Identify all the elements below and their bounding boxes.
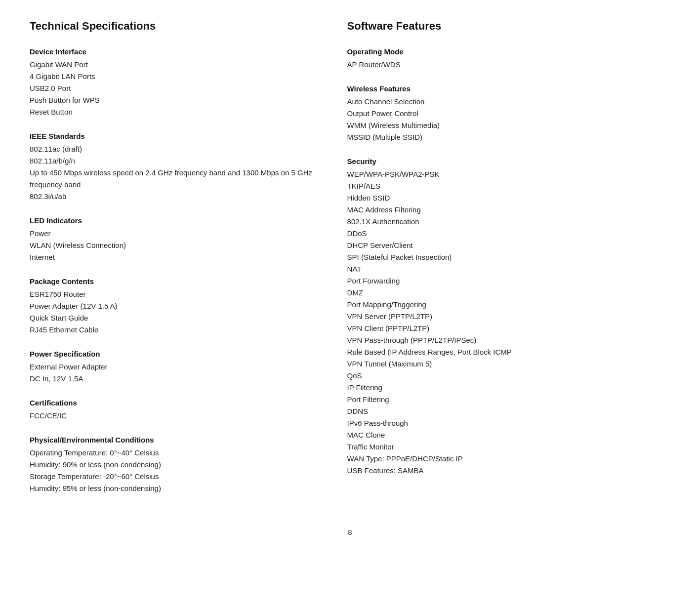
section-heading-certifications: Certifications — [30, 399, 318, 407]
section-security: SecurityWEP/WPA-PSK/WPA2-PSKTKIP/AESHidd… — [347, 157, 670, 477]
section-item: 802.11a/b/g/n — [30, 155, 318, 167]
section-item: VPN Server (PPTP/L2TP) — [347, 311, 670, 323]
section-item: 802.11ac (draft) — [30, 143, 318, 155]
section-item: 4 Gigabit LAN Ports — [30, 71, 318, 82]
section-item: External Power Adapter — [30, 361, 318, 373]
right-column: Software Features Operating ModeAP Route… — [337, 20, 670, 508]
page-wrapper: Technical Specifications Device Interfac… — [30, 20, 670, 508]
section-item: NAT — [347, 263, 670, 275]
section-item: Traffic Monitor — [347, 441, 670, 453]
section-item: Reset Button — [30, 106, 318, 118]
section-operating-mode: Operating ModeAP Router/WDS — [347, 47, 670, 71]
section-led-indicators: LED IndicatorsPowerWLAN (Wireless Connec… — [30, 216, 318, 263]
section-package-contents: Package ContentsESR1750 RouterPower Adap… — [30, 277, 318, 336]
section-item: Up to 450 Mbps wireless speed on 2.4 GHz… — [30, 167, 318, 191]
section-item: Rule Based (IP Address Ranges, Port Bloc… — [347, 346, 670, 358]
section-item: MSSID (Multiple SSID) — [347, 131, 670, 143]
section-item: MAC Clone — [347, 429, 670, 441]
section-item: USB Features: SAMBA — [347, 465, 670, 477]
section-item: DC In, 12V 1.5A — [30, 373, 318, 385]
section-item: VPN Client (PPTP/L2TP) — [347, 323, 670, 334]
section-item: Quick Start Guide — [30, 312, 318, 324]
section-item: QoS — [347, 370, 670, 382]
section-wireless-features: Wireless FeaturesAuto Channel SelectionO… — [347, 84, 670, 143]
section-item: AP Router/WDS — [347, 59, 670, 71]
section-item: Power — [30, 228, 318, 240]
section-heading-led-indicators: LED Indicators — [30, 216, 318, 225]
section-item: ESR1750 Router — [30, 288, 318, 300]
section-item: Gigabit WAN Port — [30, 59, 318, 71]
section-heading-physical-environmental: Physical/Environmental Conditions — [30, 436, 318, 444]
section-item: 802.1X Authentication — [347, 216, 670, 228]
page-footer: 8 — [30, 528, 670, 536]
section-item: Hidden SSID — [347, 192, 670, 204]
section-item: WLAN (Wireless Connection) — [30, 240, 318, 251]
section-physical-environmental: Physical/Environmental ConditionsOperati… — [30, 436, 318, 494]
right-sections: Operating ModeAP Router/WDSWireless Feat… — [347, 47, 670, 477]
section-item: Port Forwarding — [347, 275, 670, 287]
section-item: WMM (Wireless Multimedia) — [347, 120, 670, 131]
left-title: Technical Specifications — [30, 20, 318, 33]
section-item: DDNS — [347, 405, 670, 417]
section-item: Push Button for WPS — [30, 94, 318, 106]
section-item: IPv6 Pass-through — [347, 417, 670, 429]
section-item: Operating Temperature: 0°~40° Celsius — [30, 447, 318, 459]
section-item: VPN Tunnel (Maximum 5) — [347, 358, 670, 370]
page-number: 8 — [348, 528, 352, 536]
section-item: Power Adapter (12V 1.5 A) — [30, 300, 318, 312]
section-item: WAN Type: PPPoE/DHCP/Static IP — [347, 453, 670, 465]
section-power-specification: Power SpecificationExternal Power Adapte… — [30, 350, 318, 385]
section-item: WEP/WPA-PSK/WPA2-PSK — [347, 168, 670, 180]
section-certifications: CertificationsFCC/CE/IC — [30, 399, 318, 422]
left-sections: Device InterfaceGigabit WAN Port4 Gigabi… — [30, 47, 318, 494]
section-item: TKIP/AES — [347, 180, 670, 192]
section-heading-wireless-features: Wireless Features — [347, 84, 670, 93]
section-item: DHCP Server/Client — [347, 240, 670, 251]
section-item: Internet — [30, 251, 318, 263]
section-item: MAC Address Filtering — [347, 204, 670, 216]
section-heading-device-interface: Device Interface — [30, 47, 318, 56]
section-heading-ieee-standards: IEEE Standards — [30, 132, 318, 140]
section-item: Humidity: 95% or less (non-condensing) — [30, 483, 318, 494]
section-item: VPN Pass-through (PPTP/L2TP/IPSec) — [347, 334, 670, 346]
left-column: Technical Specifications Device Interfac… — [30, 20, 337, 508]
section-device-interface: Device InterfaceGigabit WAN Port4 Gigabi… — [30, 47, 318, 118]
section-item: SPI (Stateful Packet Inspection) — [347, 251, 670, 263]
section-item: USB2.0 Port — [30, 82, 318, 94]
section-item: DDoS — [347, 228, 670, 240]
section-item: Humidity: 90% or less (non-condensing) — [30, 459, 318, 471]
section-item: Output Power Control — [347, 108, 670, 120]
section-item: Port Filtering — [347, 394, 670, 405]
section-item: Storage Temperature: -20°~60° Celsius — [30, 471, 318, 483]
section-heading-operating-mode: Operating Mode — [347, 47, 670, 56]
section-item: 802.3i/u/ab — [30, 191, 318, 203]
section-item: Port Mapping/Triggering — [347, 299, 670, 311]
section-item: IP Filtering — [347, 382, 670, 394]
right-title: Software Features — [347, 20, 670, 33]
section-item: DMZ — [347, 287, 670, 299]
section-item: RJ45 Ethernet Cable — [30, 324, 318, 336]
section-heading-security: Security — [347, 157, 670, 165]
section-item: Auto Channel Selection — [347, 96, 670, 108]
section-item: FCC/CE/IC — [30, 410, 318, 422]
section-heading-package-contents: Package Contents — [30, 277, 318, 285]
section-heading-power-specification: Power Specification — [30, 350, 318, 358]
section-ieee-standards: IEEE Standards802.11ac (draft)802.11a/b/… — [30, 132, 318, 203]
